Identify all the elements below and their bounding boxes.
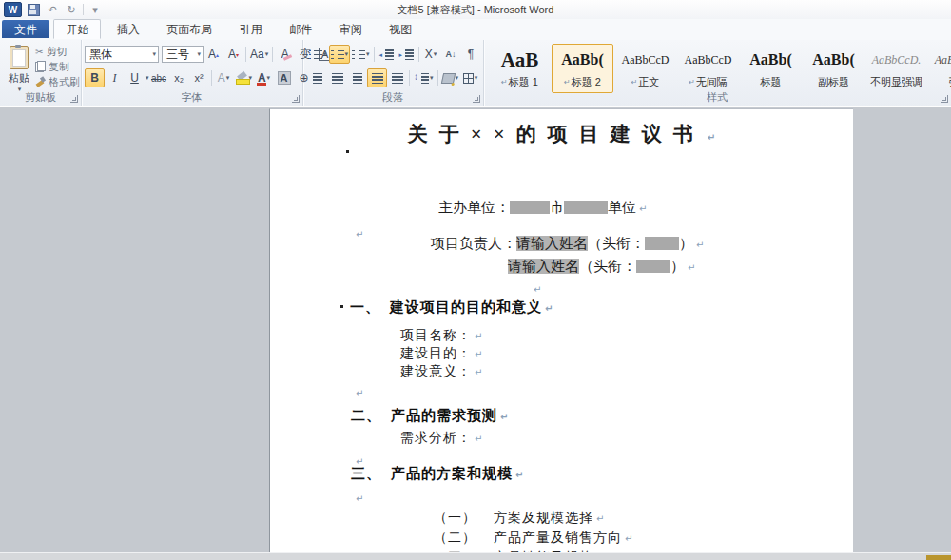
strikethrough-button[interactable]: abc bbox=[149, 68, 169, 87]
font-name-value: 黑体 bbox=[89, 47, 112, 63]
distribute-icon bbox=[392, 73, 403, 84]
change-case-button[interactable]: Aa▾ bbox=[248, 45, 270, 64]
font-dialog-launcher[interactable] bbox=[292, 95, 300, 103]
separator bbox=[409, 70, 410, 86]
highlighter-icon bbox=[236, 72, 248, 85]
style-subtitle[interactable]: AaBb( 副标题 bbox=[803, 44, 864, 93]
style-title[interactable]: AaBb( 标题 bbox=[740, 44, 802, 93]
paragraph-dialog-launcher[interactable] bbox=[473, 95, 480, 103]
style-no-spacing[interactable]: AaBbCcD ↵无间隔 bbox=[677, 44, 739, 93]
chevron-down-icon: ▾ bbox=[226, 74, 230, 82]
tab-file[interactable]: 文件 bbox=[2, 20, 49, 38]
decrease-indent-button[interactable] bbox=[377, 45, 397, 64]
copy-label: 复制 bbox=[49, 60, 69, 74]
tab-mailings[interactable]: 邮件 bbox=[278, 20, 323, 38]
document-workspace: 关于××的项目建议书↵ 主办单位：市单位↵ ↵ 项目负责人：请输入姓名（头衔：）… bbox=[0, 106, 951, 560]
numbering-button[interactable]: ▾ bbox=[329, 45, 351, 64]
separator bbox=[211, 70, 212, 86]
text-effects-button[interactable]: A▾ bbox=[214, 68, 234, 87]
tab-insert[interactable]: 插入 bbox=[106, 20, 151, 38]
paragraph-mark: ↵ bbox=[475, 349, 482, 359]
align-right-icon bbox=[353, 73, 362, 84]
name-placeholder-field[interactable]: 请输入姓名 bbox=[516, 236, 588, 251]
line-spacing-button[interactable]: ▾ bbox=[412, 68, 436, 87]
clipboard-small-buttons: ✂ 剪切 复制 格式刷 bbox=[35, 44, 79, 89]
superscript-icon: x² bbox=[194, 72, 203, 84]
item-text: 项目名称： bbox=[400, 328, 472, 342]
borders-grid-icon bbox=[463, 73, 474, 84]
tab-view[interactable]: 视图 bbox=[378, 20, 423, 38]
title-prefix: （头衔： bbox=[579, 259, 636, 274]
increase-indent-button[interactable] bbox=[397, 45, 417, 64]
bold-button[interactable]: B bbox=[85, 68, 105, 87]
asian-layout-button[interactable]: X▾ bbox=[421, 45, 441, 64]
shrink-font-button[interactable]: A▾ bbox=[223, 45, 243, 64]
title-blank-field[interactable] bbox=[636, 260, 670, 273]
shading-button[interactable]: ▾ bbox=[440, 68, 461, 87]
character-shading-icon: A bbox=[278, 71, 291, 85]
format-painter-label: 格式刷 bbox=[49, 75, 80, 89]
paragraph-mark: ↵ bbox=[534, 284, 541, 295]
font-group-label: 字体 bbox=[81, 90, 302, 105]
superscript-button[interactable]: x² bbox=[189, 68, 209, 87]
paragraph-mark: ↵ bbox=[356, 229, 363, 240]
tab-review[interactable]: 审阅 bbox=[328, 20, 374, 38]
document-page[interactable]: 关于××的项目建议书↵ 主办单位：市单位↵ ↵ 项目负责人：请输入姓名（头衔：）… bbox=[269, 108, 853, 560]
section-num: 一、 bbox=[350, 299, 380, 315]
style-label: 标题 bbox=[761, 75, 782, 89]
style-subtle-emphasis[interactable]: AaBbCcD. 不明显强调 bbox=[865, 44, 927, 93]
style-heading1[interactable]: AaB ↵标题 1 bbox=[489, 44, 551, 93]
section-1-item: 建设意义：↵ bbox=[400, 363, 482, 380]
bullets-button[interactable]: ▾ bbox=[307, 45, 329, 64]
underline-button[interactable]: U bbox=[125, 68, 145, 87]
copy-icon bbox=[35, 61, 46, 72]
separator bbox=[272, 47, 273, 62]
style-emphasis[interactable]: AaBbCcD. 强调 bbox=[928, 44, 951, 93]
chevron-down-icon: ▾ bbox=[146, 74, 149, 82]
decrease-indent-icon bbox=[379, 49, 394, 60]
host-unit-blank-field[interactable] bbox=[564, 201, 608, 214]
font-size-combo[interactable]: 三号 ▾ bbox=[162, 46, 204, 63]
cut-button[interactable]: ✂ 剪切 bbox=[35, 44, 79, 59]
clear-formatting-button[interactable]: A bbox=[275, 45, 295, 64]
style-heading2[interactable]: AaBb( ↵标题 2 bbox=[552, 44, 613, 93]
clipboard-dialog-launcher[interactable] bbox=[70, 95, 78, 103]
distribute-button[interactable] bbox=[387, 68, 407, 87]
scissors-icon: ✂ bbox=[35, 47, 43, 57]
font-color-button[interactable]: A▾ bbox=[254, 68, 274, 87]
tab-references[interactable]: 引用 bbox=[228, 20, 274, 38]
sort-button[interactable]: A↓ bbox=[441, 45, 461, 64]
style-normal[interactable]: AaBbCcD ↵正文 bbox=[614, 44, 676, 93]
align-left-button[interactable] bbox=[307, 68, 327, 87]
host-city-blank-field[interactable] bbox=[510, 201, 550, 214]
section-2-heading: 二、产品的需求预测↵ bbox=[351, 407, 508, 425]
format-painter-button[interactable]: 格式刷 bbox=[35, 74, 79, 89]
chevron-down-icon: ▾ bbox=[152, 50, 156, 58]
show-marks-button[interactable]: ¶ bbox=[461, 45, 481, 64]
copy-button[interactable]: 复制 bbox=[35, 59, 79, 74]
tab-home[interactable]: 开始 bbox=[53, 19, 101, 39]
strikethrough-icon: abc bbox=[151, 73, 166, 84]
justify-button[interactable] bbox=[367, 68, 387, 87]
title-blank-field[interactable] bbox=[645, 237, 679, 250]
character-shading-button[interactable]: A bbox=[274, 68, 294, 87]
text-highlight-button[interactable]: ▾ bbox=[234, 68, 255, 87]
borders-button[interactable]: ▾ bbox=[460, 68, 480, 87]
grow-font-button[interactable]: A▴ bbox=[204, 45, 223, 64]
italic-button[interactable]: I bbox=[105, 68, 125, 87]
doc-title-text: 关于××的项目建议书 bbox=[408, 123, 705, 145]
tab-page-layout[interactable]: 页面布局 bbox=[155, 20, 223, 38]
font-name-combo[interactable]: 黑体 ▾ bbox=[85, 46, 159, 63]
section-title: 建设项目的目的和意义 bbox=[390, 299, 542, 315]
styles-dialog-launcher[interactable] bbox=[941, 95, 948, 103]
multilevel-list-button[interactable]: ▾ bbox=[350, 45, 372, 64]
align-right-button[interactable] bbox=[347, 68, 367, 87]
doc-title: 关于××的项目建议书↵ bbox=[270, 121, 853, 147]
paragraph-mark: ↵ bbox=[500, 412, 508, 422]
item-num: （二） bbox=[434, 531, 476, 545]
item-text: 建设意义： bbox=[400, 364, 472, 378]
subscript-button[interactable]: x₂ bbox=[169, 68, 189, 87]
leader-line-1: 项目负责人：请输入姓名（头衔：）↵ bbox=[431, 235, 704, 253]
name-placeholder-field[interactable]: 请输入姓名 bbox=[508, 259, 579, 274]
align-center-button[interactable] bbox=[327, 68, 347, 87]
